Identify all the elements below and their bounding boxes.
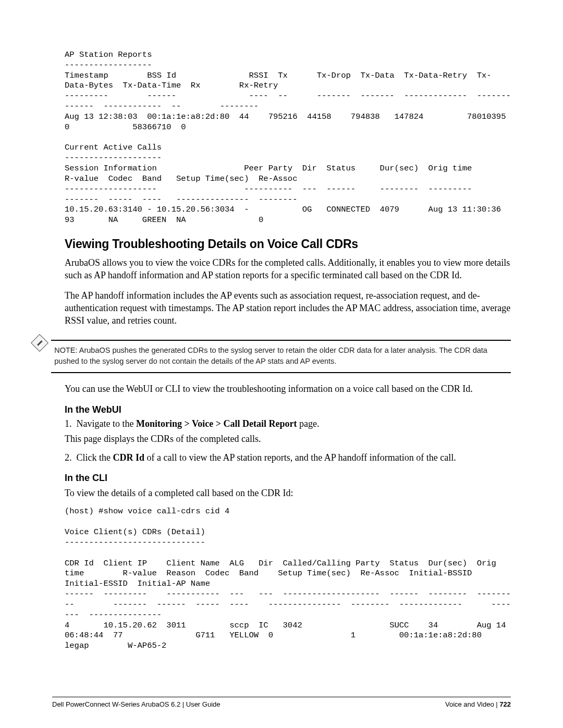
list-item: 1. Navigate to the Monitoring > Voice > …: [65, 418, 511, 429]
cdr-id-label: CDR Id: [113, 452, 145, 463]
footer-left: Dell PowerConnect W-Series ArubaOS 6.2 |…: [52, 700, 221, 708]
note-box: NOTE: ArubaOS pushes the generated CDRs …: [51, 340, 511, 373]
paragraph: To view the details of a completed call …: [65, 487, 511, 499]
step-text: page.: [297, 418, 319, 429]
list-number: 2.: [65, 452, 74, 463]
list-number: 1.: [65, 418, 74, 429]
page-number: 722: [499, 700, 511, 708]
paragraph: This page displays the CDRs of the compl…: [65, 433, 511, 445]
note-icon: [31, 334, 48, 352]
note-icon-column: [28, 335, 51, 349]
page-footer: Dell PowerConnect W-Series ArubaOS 6.2 |…: [52, 697, 511, 708]
paragraph: The AP handoff information includes the …: [65, 289, 511, 327]
footer-section-label: Voice and Video: [445, 700, 494, 708]
footer-separator: |: [494, 700, 500, 708]
footer-right: Voice and Video | 722: [445, 700, 511, 708]
section-heading: Viewing Troubleshooting Details on Voice…: [65, 237, 511, 251]
subheading-webui: In the WebUI: [65, 404, 511, 415]
breadcrumb-path: Monitoring > Voice > Call Detail Report: [136, 418, 297, 429]
note-text: NOTE: ArubaOS pushes the generated CDRs …: [54, 345, 508, 367]
step-text: Navigate to the: [77, 418, 136, 429]
code-block-cli-output: (host) #show voice call-cdrs cid 4 Voice…: [65, 507, 511, 651]
paragraph: ArubaOS allows you to view the voice CDR…: [65, 256, 511, 282]
paragraph: You can use the WebUI or CLI to view the…: [65, 382, 511, 395]
step-text: Click the: [77, 452, 113, 463]
code-block-ap-reports: AP Station Reports ------------------ Ti…: [65, 50, 511, 226]
step-text: of a call to view the AP station reports…: [144, 452, 456, 463]
subheading-cli: In the CLI: [65, 473, 511, 484]
list-item: 2. Click the CDR Id of a call to view th…: [65, 452, 511, 463]
